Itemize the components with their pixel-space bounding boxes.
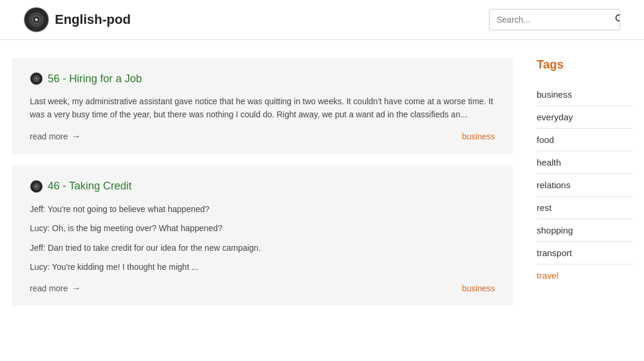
article-footer: read more → business	[30, 131, 495, 142]
article-paragraph: Lucy: Oh, is the big meeting over? What …	[30, 222, 495, 235]
article-footer: read more → business	[30, 283, 495, 294]
logo-icon	[24, 7, 49, 32]
article-paragraph: Last week, my administrative assistant g…	[30, 95, 495, 122]
svg-point-3	[35, 18, 38, 21]
main-content: 56 - Hiring for a Job Last week, my admi…	[12, 58, 513, 306]
sidebar-tag-business[interactable]: business	[537, 83, 632, 106]
search-form	[489, 9, 620, 30]
article-paragraph: Jeff: Dan tried to take credit for our i…	[30, 241, 495, 254]
article-title-link[interactable]: 56 - Hiring for a Job	[30, 72, 495, 85]
article-title-link[interactable]: 46 - Taking Credit	[30, 180, 495, 193]
article-paragraph: Lucy: You're kidding me! I thought he mi…	[30, 260, 495, 273]
read-more-arrow: →	[72, 283, 81, 294]
search-button[interactable]	[608, 10, 620, 30]
article-body: Jeff: You're not going to believe what h…	[30, 203, 495, 274]
logo-text: English-pod	[55, 12, 131, 27]
sidebar-tag-relations[interactable]: relations	[537, 174, 632, 197]
tags-title: Tags	[537, 58, 632, 71]
article-card: 46 - Taking Credit Jeff: You're not goin…	[12, 166, 513, 306]
article-tag-badge: business	[462, 132, 495, 141]
page-body: 56 - Hiring for a Job Last week, my admi…	[0, 40, 644, 323]
article-title-text: 46 - Taking Credit	[48, 180, 132, 192]
speaker-icon	[30, 72, 43, 85]
sidebar-tag-everyday[interactable]: everyday	[537, 106, 632, 129]
article-paragraph: Jeff: You're not going to believe what h…	[30, 203, 495, 216]
speaker-icon	[30, 180, 43, 193]
sidebar-tag-food[interactable]: food	[537, 129, 632, 151]
article-tag-badge: business	[462, 284, 495, 293]
article-body: Last week, my administrative assistant g…	[30, 95, 495, 122]
sidebar-tag-health[interactable]: health	[537, 151, 632, 174]
read-more-text: read more	[30, 132, 68, 141]
svg-point-10	[36, 78, 37, 79]
read-more-text: read more	[30, 284, 68, 293]
article-card: 56 - Hiring for a Job Last week, my admi…	[12, 58, 513, 154]
sidebar-tag-shopping[interactable]: shopping	[537, 219, 632, 242]
sidebar-tag-transport[interactable]: transport	[537, 242, 632, 264]
svg-point-5	[616, 15, 620, 21]
logo-area: English-pod	[24, 7, 131, 32]
sidebar: Tags business everyday food health relat…	[537, 58, 632, 306]
svg-point-14	[36, 186, 37, 187]
read-more-arrow: →	[72, 131, 81, 142]
sidebar-tag-travel[interactable]: travel	[537, 264, 632, 287]
sidebar-tag-rest[interactable]: rest	[537, 197, 632, 219]
header: English-pod	[0, 0, 644, 40]
article-title-text: 56 - Hiring for a Job	[48, 73, 142, 85]
search-icon	[615, 14, 620, 23]
read-more-link[interactable]: read more →	[30, 283, 81, 294]
search-input[interactable]	[490, 10, 608, 29]
read-more-link[interactable]: read more →	[30, 131, 81, 142]
